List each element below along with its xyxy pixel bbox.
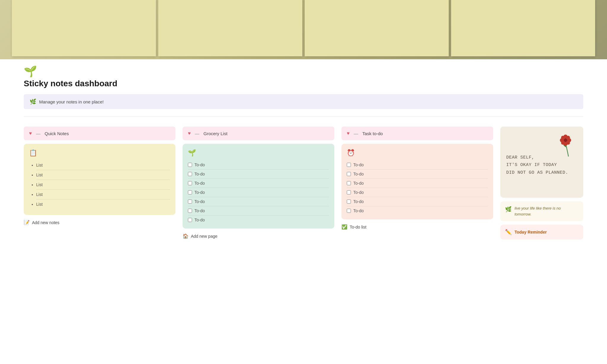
reminder-card[interactable]: ✏️ Today Reminder	[500, 225, 583, 240]
header-area: 🌱 Sticky notes dashboard 🌿 Manage your n…	[0, 59, 607, 127]
list-item: List	[36, 190, 170, 199]
hero-note-2	[158, 0, 302, 56]
todo-list-button[interactable]: ✅ To-do list	[341, 223, 493, 231]
todo-checkbox[interactable]	[347, 172, 351, 176]
dash-1: —	[36, 131, 41, 136]
grocery-list-column: ♥ — Grocery List 🌱 To-do To-do To-do To-…	[183, 127, 334, 240]
add-new-page-button[interactable]: 🏠 Add new page	[183, 232, 334, 240]
quote-text: live your life like there is no tomorrow…	[515, 205, 579, 217]
banner-text: Manage your notes in one place!	[39, 99, 104, 104]
todo-checkbox[interactable]	[188, 181, 192, 185]
todo-checkbox[interactable]	[188, 190, 192, 194]
alarm-icon: ⏰	[347, 149, 488, 157]
banner-icon: 🌿	[30, 98, 36, 105]
quote-card: 🌿 live your life like there is no tomorr…	[500, 201, 583, 221]
todo-item: To-do	[188, 206, 329, 215]
todo-item: To-do	[347, 197, 488, 206]
grocery-list: To-do To-do To-do To-do To-do To-do To-d…	[188, 160, 329, 224]
todo-item: To-do	[347, 188, 488, 197]
svg-point-6	[566, 136, 570, 139]
sprout-icon: 🌱	[24, 65, 583, 78]
hero-section	[0, 0, 607, 59]
todo-item: To-do	[188, 188, 329, 197]
hero-notes	[0, 0, 607, 56]
hero-note-1	[12, 0, 156, 56]
todo-item: To-do	[347, 160, 488, 170]
todo-item: To-do	[347, 170, 488, 179]
add-new-notes-label: Add new notes	[32, 220, 60, 225]
task-todo-column: ♥ — Task to-do ⏰ To-do To-do To-do To-do…	[341, 127, 493, 231]
svg-point-5	[561, 136, 565, 139]
heart-icon-2: ♥	[188, 131, 191, 136]
todo-item: To-do	[188, 160, 329, 170]
svg-point-8	[566, 141, 570, 145]
hero-note-3	[305, 0, 449, 56]
add-new-page-label: Add new page	[191, 234, 218, 239]
check-icon: ✅	[341, 224, 347, 230]
home-icon: 🏠	[183, 233, 189, 239]
add-new-notes-button[interactable]: 📝 Add new notes	[24, 218, 175, 226]
todo-checkbox[interactable]	[347, 181, 351, 185]
quick-notes-header: ♥ — Quick Notes	[24, 127, 175, 140]
seedling-icon: 🌱	[188, 149, 329, 157]
todo-item: To-do	[347, 206, 488, 215]
todo-checkbox[interactable]	[188, 172, 192, 176]
dash-3: —	[354, 131, 358, 136]
todo-checkbox[interactable]	[188, 163, 192, 167]
todo-checkbox[interactable]	[188, 199, 192, 204]
edit-icon: 📝	[24, 220, 30, 225]
quick-notes-list: List List List List List	[29, 160, 170, 209]
todo-checkbox[interactable]	[347, 199, 351, 204]
heart-icon-3: ♥	[347, 131, 350, 136]
page-title: Sticky notes dashboard	[24, 79, 583, 88]
quick-notes-card: 📋 List List List List List	[24, 144, 175, 215]
list-item: List	[36, 199, 170, 209]
quick-notes-column: ♥ — Quick Notes 📋 List List List List Li…	[24, 127, 175, 226]
grocery-list-card: 🌱 To-do To-do To-do To-do To-do To-do To…	[183, 144, 334, 229]
task-todo-card: ⏰ To-do To-do To-do To-do To-do To-do	[341, 144, 493, 219]
todo-item: To-do	[188, 170, 329, 179]
todo-checkbox[interactable]	[188, 218, 192, 222]
todo-item: To-do	[188, 215, 329, 224]
pencil-icon: ✏️	[505, 229, 512, 235]
hero-note-4	[451, 0, 595, 56]
todo-checkbox[interactable]	[347, 190, 351, 194]
todo-checkbox[interactable]	[188, 209, 192, 213]
leaf-icon: 🌿	[505, 206, 512, 213]
info-banner: 🌿 Manage your notes in one place!	[24, 94, 583, 109]
task-todo-list: To-do To-do To-do To-do To-do To-do	[347, 160, 488, 215]
grocery-list-header: ♥ — Grocery List	[183, 127, 334, 140]
cards-area: ♥ — Quick Notes 📋 List List List List Li…	[0, 127, 607, 252]
clipboard-icon: 📋	[29, 149, 170, 157]
grocery-list-label: Grocery List	[204, 131, 228, 136]
divider	[24, 116, 583, 116]
motivational-card: DEAR SELF, IT'S OKAY IF TODAY DID NOT GO…	[500, 127, 583, 198]
list-item: List	[36, 160, 170, 170]
todo-item: To-do	[188, 197, 329, 206]
dash-2: —	[195, 131, 199, 136]
todo-checkbox[interactable]	[347, 163, 351, 167]
quick-notes-label: Quick Notes	[45, 131, 69, 136]
reminder-label: Today Reminder	[515, 230, 547, 234]
todo-checkbox[interactable]	[347, 209, 351, 213]
heart-icon-1: ♥	[29, 131, 32, 136]
right-panel: DEAR SELF, IT'S OKAY IF TODAY DID NOT GO…	[500, 127, 583, 240]
list-item: List	[36, 180, 170, 190]
todo-item: To-do	[347, 179, 488, 188]
task-todo-header: ♥ — Task to-do	[341, 127, 493, 140]
todo-list-label: To-do list	[350, 225, 366, 229]
svg-point-7	[561, 141, 565, 145]
list-item: List	[36, 170, 170, 180]
todo-item: To-do	[188, 179, 329, 188]
task-todo-label: Task to-do	[362, 131, 383, 136]
flower-icon	[557, 131, 577, 158]
svg-point-9	[564, 138, 567, 142]
